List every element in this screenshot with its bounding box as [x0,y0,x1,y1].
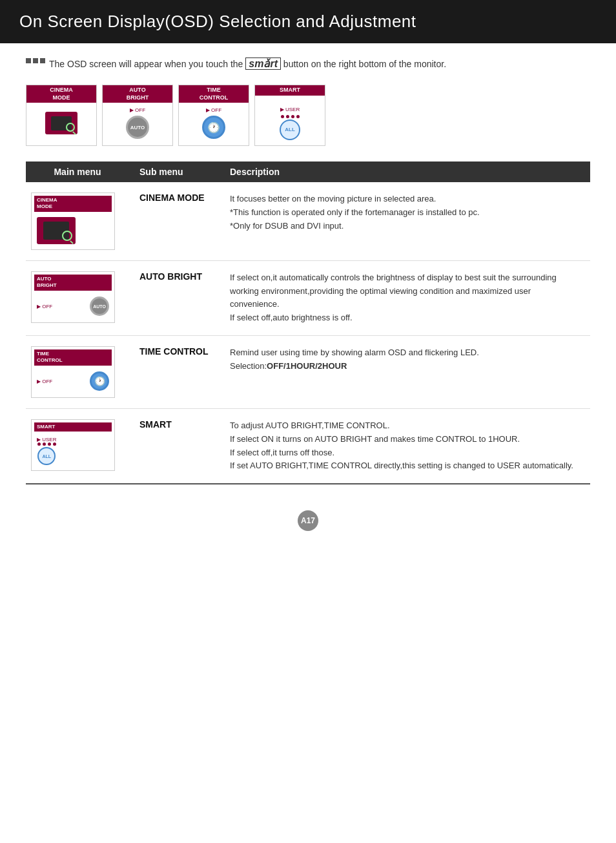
intro-bullets [26,58,45,63]
smart-dot-4 [296,115,300,118]
cinema-search-small-icon [62,231,72,241]
time-control-top-content: ▶ OFF 🕐 [202,107,225,139]
smart-user-label: ▶ USER [280,107,300,112]
smart-icon: ALL [280,115,300,140]
page-content: The OSD screen will appear when you touc… [0,43,616,497]
intro-text: The OSD screen will appear when you touc… [49,56,446,72]
cinema-mode-sub-menu: CINEMA MODE [139,193,205,203]
smart-top-content: ▶ USER ALL [280,107,300,140]
time-control-card: TIMECONTROL ▶ OFF 🕐 [31,346,115,398]
auto-bright-card-body: ▶ OFF AUTO [34,293,112,320]
smart-sub-cell: SMART [129,408,220,484]
col-sub-menu: Sub menu [129,161,220,182]
cinema-icon-top [45,112,77,134]
auto-bright-desc-cell: If select on,it automatically controls t… [220,260,590,335]
time-control-icon: 🕐 [202,116,225,139]
time-control-options: OFF/1HOUR/2HOUR [267,361,347,371]
smart-card-title: SMART [34,422,112,432]
smart-sub-menu: SMART [139,419,172,430]
intro-section: The OSD screen will appear when you touc… [26,56,590,72]
bullet-1 [26,58,31,63]
smart-top-title: SMART [255,85,325,96]
card-dot-4 [53,442,56,446]
auto-bright-top-card: AUTOBRIGHT ▶ OFF AUTO [102,85,173,146]
smart-row: SMART ▶ USER [26,408,590,484]
cinema-mode-row: CINEMAMODE CINEMA MODE It focu [26,182,590,260]
cinema-mode-top-content [45,112,77,134]
cinema-mode-top-title: CINEMAMODE [26,85,96,103]
intro-text-before: The OSD screen will appear when you touc… [49,59,245,69]
smart-logo: smǎrt [245,57,281,70]
time-control-top-title: TIMECONTROL [179,85,249,103]
time-control-off: ▶ OFF [37,379,52,384]
auto-bright-icon: AUTO [126,116,149,139]
auto-bright-top-content: ▶ OFF AUTO [126,107,149,139]
top-icons-row: CINEMAMODE AUTOBRIGHT ▶ OFF AUTO TIMECON… [26,85,590,146]
smart-card: SMART ▶ USER [31,419,115,471]
time-control-off-label: ▶ OFF [206,107,221,113]
page-header: On Screen Display(OSD) Selection and Adj… [0,0,616,43]
auto-bright-card: AUTOBRIGHT ▶ OFF AUTO [31,271,115,323]
smart-card-icon: ALL [37,442,56,465]
auto-bright-sub-cell: AUTO BRIGHT [129,260,220,335]
auto-bright-main-cell: AUTOBRIGHT ▶ OFF AUTO [26,260,129,335]
time-control-card-title: TIMECONTROL [34,349,112,366]
card-dot-2 [43,442,46,446]
bullet-2 [33,58,38,63]
cinema-mode-sub-cell: CINEMA MODE [129,182,220,260]
cinema-mode-description: It focuses better on the moving picture … [230,193,580,233]
auto-bright-row: AUTOBRIGHT ▶ OFF AUTO AUTO BRIGHT If sel… [26,260,590,335]
cinema-mode-card-body [34,214,112,247]
page-number-container: A17 [0,497,616,544]
card-dot-3 [48,442,51,446]
time-control-top-card: TIMECONTROL ▶ OFF 🕐 [178,85,249,146]
auto-bright-top-title: AUTOBRIGHT [103,85,172,103]
smart-main-cell: SMART ▶ USER [26,408,129,484]
cinema-mode-card: CINEMAMODE [31,193,115,250]
smart-dot-2 [286,115,289,118]
smart-dot-3 [291,115,294,118]
card-dot-1 [37,442,41,446]
time-control-card-icon: 🕐 [90,371,109,391]
smart-desc-cell: To adjust AUTO BRIGHT,TIME CONTROL. If s… [220,408,590,484]
cinema-mode-card-icon [37,217,76,244]
smart-user-card-label: ▶ USER [37,437,56,442]
time-control-desc-cell: Remind user using time by showing alarm … [220,335,590,408]
cinema-mode-card-title: CINEMAMODE [34,196,112,212]
cinema-mode-main-cell: CINEMAMODE [26,182,129,260]
auto-bright-description: If select on,it automatically controls t… [230,271,580,325]
auto-bright-card-title: AUTOBRIGHT [34,275,112,291]
auto-bright-off: ▶ OFF [37,304,52,309]
smart-description: To adjust AUTO BRIGHT,TIME CONTROL. If s… [230,419,580,473]
time-control-card-body: ▶ OFF 🕐 [34,368,112,395]
smart-dots [281,115,300,118]
smart-top-card: SMART ▶ USER ALL [254,85,325,146]
cinema-mode-top-card: CINEMAMODE [26,85,97,146]
smart-card-body: ▶ USER ALL [34,434,112,468]
time-control-row: TIMECONTROL ▶ OFF 🕐 TIME CONTROL Remind … [26,335,590,408]
smart-all-circle: ALL [280,120,300,140]
time-control-sub-cell: TIME CONTROL [129,335,220,408]
smart-all-card-circle: ALL [37,447,56,465]
time-control-sub-menu: TIME CONTROL [139,346,209,357]
time-control-main-cell: TIMECONTROL ▶ OFF 🕐 [26,335,129,408]
smart-card-dots [37,442,56,446]
col-main-menu: Main menu [26,161,129,182]
table-header: Main menu Sub menu Description [26,161,590,182]
auto-bright-sub-menu: AUTO BRIGHT [139,271,202,282]
auto-bright-off-label: ▶ OFF [130,107,145,113]
auto-bright-card-icon: AUTO [90,297,109,316]
main-table: Main menu Sub menu Description CINEMAMOD… [26,161,590,484]
bullet-3 [40,58,45,63]
time-control-description: Remind user using time by showing alarm … [230,346,580,373]
intro-text-after: button on the right bottom of the monito… [281,59,446,69]
page-number-badge: A17 [298,510,318,531]
cinema-search-icon [66,123,75,132]
col-description: Description [220,161,590,182]
smart-dot-1 [281,115,284,118]
cinema-mode-desc-cell: It focuses better on the moving picture … [220,182,590,260]
page-title: On Screen Display(OSD) Selection and Adj… [19,12,416,31]
